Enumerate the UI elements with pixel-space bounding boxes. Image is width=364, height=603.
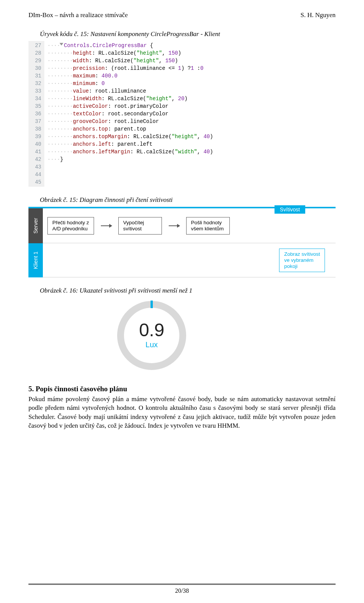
- section-heading: 5. Popis činnosti časového plánu: [28, 385, 336, 393]
- gauge-value: 0.9: [139, 321, 165, 339]
- code-body: ····Controls.CircleProgressBar {········…: [44, 41, 216, 187]
- section-title-text: Popis činnosti časového plánu: [36, 385, 127, 393]
- diagram-box: Pošli hodnoty všem klientům: [186, 217, 230, 235]
- document-page: DIm-Box – návrh a realizace stmívače S. …: [0, 0, 364, 603]
- lane-label-client: Klient 1: [33, 252, 39, 269]
- gauge-figure: 0.9 Lux: [104, 298, 199, 373]
- code-snippet: 27282930313233343536373839404142434445 ·…: [28, 41, 336, 187]
- page-number: 20/38: [0, 587, 364, 594]
- code-line-numbers: 27282930313233343536373839404142434445: [28, 41, 44, 187]
- diagram-box: Přečti hodnoty z A/D převodníku: [47, 217, 94, 235]
- diagram-lane-client: Klient 1 Zobraz svítivost ve vybraném po…: [28, 243, 336, 277]
- section-body: Pokud máme povolený časový plán a máme v…: [28, 395, 336, 430]
- lane-label-server: Server: [33, 218, 39, 233]
- diagram-box: Vypočítej svítivost: [118, 217, 162, 235]
- header-left: DIm-Box – návrh a realizace stmívače: [28, 11, 128, 19]
- caption-diagram: Obrázek č. 15: Diagram činnosti při čten…: [40, 196, 336, 204]
- page-header: DIm-Box – návrh a realizace stmívače S. …: [28, 11, 336, 19]
- caption-gauge: Obrázek č. 16: Ukazatel svítivosti při s…: [40, 287, 336, 294]
- arrow-icon: [169, 225, 179, 226]
- header-right: S. H. Nguyen: [300, 11, 336, 19]
- gauge-unit: Lux: [139, 340, 165, 349]
- diagram-lane-server: Server Přečti hodnoty z A/D převodníku V…: [28, 208, 336, 243]
- svg-rect-1: [151, 301, 153, 308]
- section-number: 5.: [28, 385, 34, 393]
- caption-code: Úryvek kódu č. 15: Nastavení komponenty …: [40, 30, 336, 38]
- arrow-icon: [101, 225, 111, 226]
- activity-diagram: Server Přečti hodnoty z A/D převodníku V…: [28, 207, 336, 277]
- diagram-box: Zobraz svítivost ve vybraném pokoji: [279, 249, 325, 272]
- footer-divider: [28, 584, 336, 585]
